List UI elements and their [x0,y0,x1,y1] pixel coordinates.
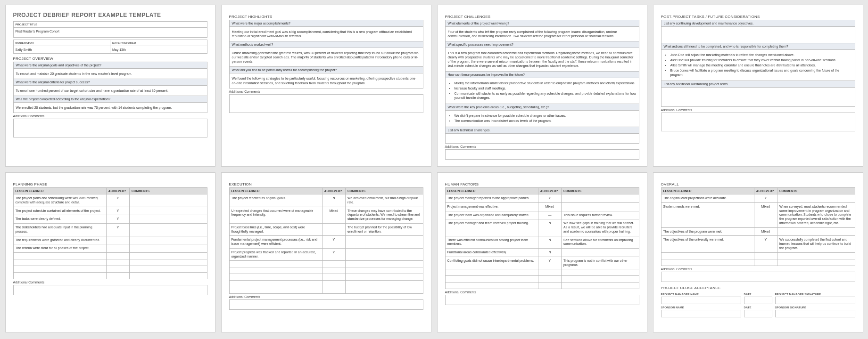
post-q3: List any additional outstanding project … [661,81,855,88]
lesson-cell: The project manager reported to the appr… [445,194,538,203]
overview-heading: PROJECT OVERVIEW [13,56,207,61]
challenges-q1: What elements of the project went wrong? [446,20,639,27]
pm-sig-label: PROJECT MANAGER SIGNATURE [775,293,855,296]
achieved-cell: Y [322,236,345,249]
sponsor-sig-label: SPONSOR SIGNATURE [775,306,855,309]
sponsor-sig-box[interactable] [775,310,855,317]
lesson-cell: The project schedule contained all eleme… [13,207,106,215]
lesson-cell: The project plans and scheduling were we… [13,194,106,207]
achieved-cell [322,223,345,236]
comments-cell [130,194,207,207]
achieved-cell [106,244,129,253]
achieved-cell: N [538,249,561,257]
challenges-additional-label: Additional Comments [445,144,639,149]
page-3: PROJECT CHALLENGES What elements of the … [437,5,647,167]
overview-additional-box[interactable] [13,119,207,137]
challenges-q3: How can these processes be improved in t… [446,72,639,78]
highlights-a1: Meeting our initial enrollment goal was … [230,27,423,41]
human-table: LESSON LEARNED ACHIEVED? COMMENTS The pr… [445,187,639,289]
sponsor-name-label: SPONSOR NAME [661,306,741,309]
highlights-q2: What methods worked well? [230,41,423,48]
comments-cell: This program is not in conflict with our… [562,257,639,269]
challenges-a4: We didn't prepare in advance for possibl… [446,111,639,127]
planning-additional-label: Additional Comments [13,279,207,285]
highlights-additional-box[interactable] [229,94,423,113]
list-item: We didn't prepare in advance for possibl… [455,113,637,118]
list-item: John Doe will adjust the marketing mater… [670,53,852,57]
page-1: PROJECT DEBRIEF REPORT EXAMPLE TEMPLATE … [5,5,215,167]
sponsor-name-box[interactable] [661,310,741,317]
table-row [229,287,423,294]
lesson-cell: The project manager and team received pr… [445,219,538,236]
pm-sig-box[interactable] [775,297,855,304]
pm-name-label: PROJECT MANAGER NAME [661,293,741,296]
achieved-cell: N [538,219,561,236]
pm-name-box[interactable] [661,297,741,304]
table-row: Project management was effective.Mixed [445,202,639,211]
challenges-a5[interactable] [446,134,639,143]
challenges-heading: PROJECT CHALLENGES [445,15,639,19]
overview-a3: We enrolled 20 students, but the graduat… [14,103,207,113]
highlights-q3: What did you find to be particularly use… [230,67,423,73]
achieved-cell: Y [754,236,777,252]
comments-cell [777,194,855,203]
post-a3[interactable] [661,88,855,106]
post-heading: POST-PROJECT TASKS / FUTURE CONSIDERATIO… [661,15,855,19]
lesson-cell: The stakeholders had adequate input in t… [13,224,106,236]
execution-additional-box[interactable] [229,299,423,310]
page-6: EXECUTION LESSON LEARNED ACHIEVED? COMME… [221,172,431,332]
list-item: Increase faculty and staff meetings. [455,86,637,90]
page-8: OVERALL LESSON LEARNED ACHIEVED? COMMENT… [653,172,863,332]
lesson-cell: The original cost projections were accur… [661,194,754,203]
pm-date-box[interactable] [744,297,772,304]
list-item: Modify the informational materials for p… [455,81,637,85]
sponsor-date-box[interactable] [744,310,772,317]
date-label: DATE PREPARED [110,40,207,46]
overall-additional-box[interactable] [661,272,855,282]
table-row: The criteria were clear for all phases o… [13,244,207,253]
lesson-cell: The objectives of the university were me… [661,236,754,252]
table-row: The tasks were clearly defined.Y [13,215,207,224]
post-q2: What actions still need to be completed,… [661,43,855,50]
achieved-cell: Y [538,194,561,203]
lesson-cell: There was efficient communication among … [445,236,538,249]
post-additional-box[interactable] [661,113,855,131]
achieved-cell: Y [322,248,345,261]
lesson-cell: The tasks were clearly defined. [13,215,106,224]
post-additional-label: Additional Comments [661,107,855,113]
lesson-cell: Unexpected changes that occurred were of… [229,207,322,223]
table-row [13,273,207,279]
pm-date-label: DATE [744,293,772,296]
human-additional-box[interactable] [445,295,639,305]
achieved-cell: Y [106,215,129,224]
table-row [229,274,423,281]
comments-cell [562,202,639,211]
overview-a2: To enroll one hundred percent of our tar… [14,86,207,96]
table-row [661,259,855,266]
comments-cell [562,194,639,203]
planning-additional-box[interactable] [13,285,207,295]
achieved-cell: Mixed [322,207,345,223]
col-lesson: LESSON LEARNED [13,188,106,194]
overview-additional-label: Additional Comments [13,113,207,119]
overall-additional-label: Additional Comments [661,266,855,272]
lesson-cell: The criteria were clear for all phases o… [13,244,106,253]
lesson-cell: Project baselines (i.e., time, scope, an… [229,223,322,236]
execution-table: LESSON LEARNED ACHIEVED? COMMENTS The pr… [229,187,423,294]
comments-cell [130,236,207,244]
post-a1[interactable] [661,27,855,43]
table-row [661,252,855,259]
project-title-label: PROJECT TITLE [13,21,207,27]
table-row [13,259,207,266]
table-row: Project progress was tracked and reporte… [229,248,423,261]
table-row [229,261,423,267]
lesson-cell: The project team was organized and adequ… [445,211,538,219]
challenges-additional-box[interactable] [445,149,639,160]
close-heading: PROJECT CLOSE ACCEPTANCE [661,286,855,290]
challenges-q4: What were the key problems areas (i.e., … [446,104,639,111]
achieved-cell: Mixed [754,202,777,227]
table-row [445,276,639,282]
overview-a1: To recruit and maintain 20 graduate stud… [14,69,207,79]
table-row: The project manager and team received pr… [445,219,639,236]
lesson-cell: Student needs were met. [661,202,754,227]
